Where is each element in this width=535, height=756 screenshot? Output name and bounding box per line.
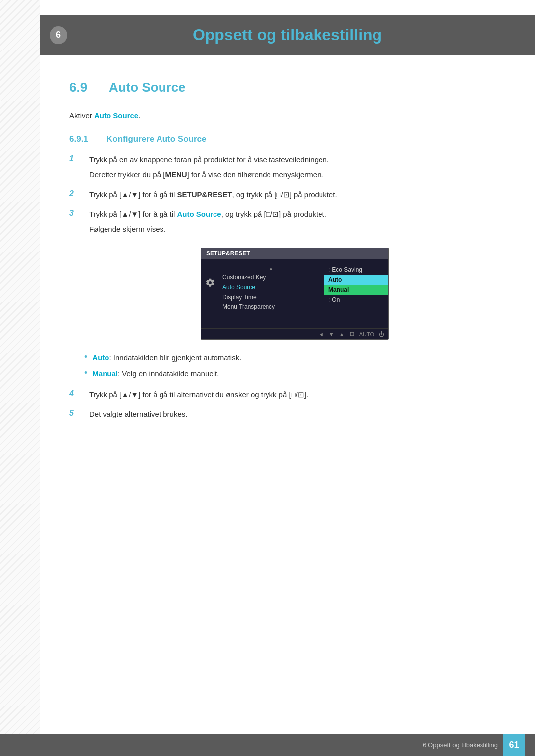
screenshot-container: SETUP&RESET ▲ Customized Key Auto Source… (84, 248, 505, 340)
screenshot-gear-area (201, 263, 218, 324)
step-2-number: 2 (69, 189, 84, 198)
step-4: 4 Trykk på [▲/▼] for å gå til alternativ… (69, 389, 505, 401)
menu-transparency: Menu Transparency (218, 302, 324, 312)
gear-icon (205, 278, 215, 288)
screenshot-header: SETUP&RESET (201, 248, 388, 259)
menu-customized-key: Customized Key (218, 272, 324, 282)
bottom-icon-auto: AUTO (359, 331, 374, 337)
bottom-icon-3: ▲ (339, 331, 345, 337)
menu-display-time: Display Time (218, 292, 324, 302)
step-1-number: 1 (69, 154, 84, 163)
bullet-manual: • Manual: Velg en inndatakilde manuelt. (84, 368, 505, 380)
chapter-number-circle: 6 (50, 26, 67, 44)
intro-label: Aktiver (69, 111, 94, 120)
steps-list: 1 Trykk på en av knappene foran på produ… (69, 154, 505, 235)
step-5: 5 Det valgte alternativet brukes. (69, 408, 505, 420)
step-1-subtext: Deretter trykker du på [MENU] for å vise… (89, 169, 505, 181)
section-heading: 6.9 Auto Source (69, 80, 505, 95)
bullet-manual-content: Manual: Velg en inndatakilde manuelt. (92, 368, 219, 380)
step-4-content: Trykk på [▲/▼] for å gå til alternativet… (89, 389, 505, 401)
value-eco-saving: : Eco Saving (324, 265, 388, 275)
footer-text: 6 Oppsett og tilbakestilling (423, 741, 498, 749)
chapter-title: Oppsett og tilbakestilling (69, 26, 505, 44)
value-on: : On (324, 295, 388, 304)
subsection-number: 6.9.1 (69, 134, 99, 144)
step-3: 3 Trykk på [▲/▼] for å gå til Auto Sourc… (69, 208, 505, 235)
bottom-icon-4: ⊡ (350, 331, 354, 337)
steps-list-2: 4 Trykk på [▲/▼] for å gå til alternativ… (69, 389, 505, 420)
intro-paragraph: Aktiver Auto Source. (69, 110, 505, 122)
step-1-text: Trykk på en av knappene foran på produkt… (89, 155, 329, 164)
section-title: Auto Source (109, 80, 186, 95)
step-3-content: Trykk på [▲/▼] for å gå til Auto Source,… (89, 208, 505, 235)
bottom-icon-2: ▼ (329, 331, 334, 337)
menu-auto-source: Auto Source (218, 282, 324, 292)
step-3-number: 3 (69, 208, 84, 218)
step-1-content: Trykk på en av knappene foran på produkt… (89, 154, 505, 181)
step-4-number: 4 (69, 389, 84, 398)
bottom-icon-power: ⏻ (379, 331, 384, 337)
step-5-number: 5 (69, 408, 84, 418)
bullet-auto-separator: : (109, 353, 113, 362)
bullet-auto: • Auto: Inndatakilden blir gjenkjent aut… (84, 352, 505, 364)
value-auto: Auto (324, 275, 388, 285)
value-manual: Manual (324, 285, 388, 295)
menu-arrow-up: ▲ (218, 265, 324, 272)
screenshot-body: ▲ Customized Key Auto Source Display Tim… (201, 259, 388, 328)
bullet-manual-keyword: Manual (92, 369, 118, 378)
menu-value-panel: : Eco Saving Auto Manual : On (324, 263, 388, 324)
step-1: 1 Trykk på en av knappene foran på produ… (69, 154, 505, 181)
screenshot-box: SETUP&RESET ▲ Customized Key Auto Source… (201, 248, 389, 340)
bullet-list: • Auto: Inndatakilden blir gjenkjent aut… (84, 352, 505, 380)
section-number: 6.9 (69, 80, 99, 95)
step-3-subtext: Følgende skjerm vises. (89, 223, 505, 235)
bottom-icon-1: ◄ (319, 331, 324, 337)
intro-end: . (138, 111, 140, 120)
step-5-content: Det valgte alternativet brukes. (89, 408, 505, 420)
bullet-auto-content: Auto: Inndatakilden blir gjenkjent autom… (92, 352, 241, 364)
chapter-header: 6 Oppsett og tilbakestilling (40, 15, 535, 55)
screenshot-bottom-bar: ◄ ▼ ▲ ⊡ AUTO ⏻ (201, 328, 388, 339)
step-2: 2 Trykk på [▲/▼] for å gå til SETUP&RESE… (69, 189, 505, 201)
step-2-content: Trykk på [▲/▼] for å gå til SETUP&RESET,… (89, 189, 505, 201)
bullet-manual-text: Velg en inndatakilde manuelt. (122, 369, 219, 378)
subsection-title: Konfigurere Auto Source (107, 134, 207, 144)
left-decorative-stripe (0, 0, 40, 756)
bullet-auto-text: Inndatakilden blir gjenkjent automatisk. (113, 353, 242, 362)
bullet-auto-keyword: Auto (92, 353, 109, 362)
screenshot-menu: ▲ Customized Key Auto Source Display Tim… (218, 263, 324, 324)
intro-highlight: Auto Source (94, 111, 138, 120)
page-footer: 6 Oppsett og tilbakestilling 61 (0, 734, 535, 756)
subsection-heading: 6.9.1 Konfigurere Auto Source (69, 134, 505, 144)
footer-page-number: 61 (503, 734, 525, 756)
